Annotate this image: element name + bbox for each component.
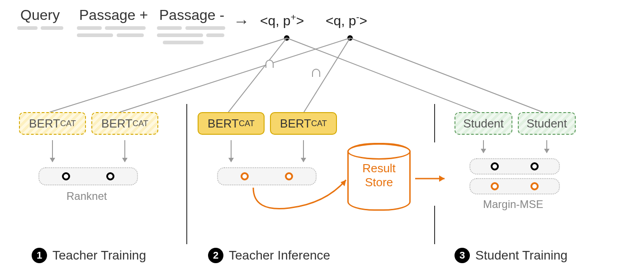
phase1-result-bubble: [38, 167, 138, 185]
phase3-orange-circle-1: [491, 182, 499, 190]
phase3-black-circle-1: [491, 162, 499, 170]
cylinder-top: [347, 143, 411, 160]
svg-line-5: [350, 38, 543, 112]
pneg-u3: [157, 33, 203, 37]
phase1-arrow-2: [124, 140, 125, 162]
phase2-title-text: Teacher Inference: [229, 248, 330, 263]
phase1-arrow-1: [52, 140, 53, 162]
svg-line-0: [50, 38, 287, 112]
phase2-num-circle: 2: [208, 248, 223, 263]
phase3-arrow-1: [483, 140, 484, 153]
line-hop-1: [265, 60, 274, 68]
separator-2-3-top: [434, 104, 435, 142]
phase2-result-bubble: [217, 167, 317, 185]
phase2-bert-box-2: BERTCAT: [270, 112, 337, 135]
phase2-arrow-2: [303, 140, 304, 162]
query-label: Query: [20, 7, 60, 24]
pair-neg-dot: [347, 35, 353, 41]
pneg-u1: [157, 26, 182, 30]
result-store-text: ResultStore: [349, 161, 409, 189]
phase3-result-bubble-black: [469, 158, 560, 175]
line-hop-2: [312, 69, 320, 77]
pneg-u2: [185, 26, 225, 30]
ranknet-label: Ranknet: [66, 190, 107, 203]
phase1-title-text: Teacher Training: [52, 248, 146, 263]
phase2-circle-2: [285, 172, 293, 180]
ppos-u2: [105, 26, 146, 30]
phase3-result-bubble-orange: [469, 178, 560, 194]
pair-pos-label: <q, p+>: [260, 12, 304, 28]
phase1-bert-box-1: BERTCAT: [19, 112, 86, 135]
pneg-u4: [206, 33, 224, 37]
svg-marker-8: [439, 175, 445, 182]
phase3-black-circle-2: [530, 162, 539, 170]
bubble-to-store-arrow: [0, 0, 644, 271]
phase1-num-circle: 1: [32, 248, 47, 263]
phase3-title-text: Student Training: [475, 248, 568, 263]
phase3-arrow-2: [546, 140, 547, 153]
phase1-bert-box-2: BERTCAT: [91, 112, 158, 135]
phase2-bert-box-1: BERTCAT: [198, 112, 265, 135]
phase2-circle-1: [241, 172, 249, 180]
passage-pos-label: Passage +: [79, 7, 148, 24]
phase3-num-circle: 3: [455, 248, 470, 263]
phase1-circle-2: [106, 172, 114, 180]
result-store-cylinder: ResultStore: [347, 143, 411, 211]
svg-marker-6: [341, 180, 346, 186]
passage-neg-label: Passage -: [159, 7, 224, 24]
query-underline-1: [17, 26, 38, 30]
phase3-orange-circle-2: [530, 182, 539, 190]
separator-1-2: [186, 104, 187, 244]
phase1-circle-1: [62, 172, 70, 180]
phase1-title: 1 Teacher Training: [32, 248, 146, 263]
phase2-title: 2 Teacher Inference: [208, 248, 330, 263]
phase2-arrow-1: [231, 140, 232, 162]
ppos-u1: [77, 26, 102, 30]
separator-2-3-bottom: [434, 206, 435, 244]
phase3-student-box-1: Student: [455, 112, 512, 135]
query-underline-2: [41, 26, 63, 30]
svg-line-4: [304, 38, 350, 112]
transform-arrow: →: [233, 12, 250, 31]
phase3-title: 3 Student Training: [455, 248, 568, 263]
ppos-u3: [77, 33, 113, 37]
phase3-student-box-2: Student: [518, 112, 576, 135]
margin-mse-label: Margin-MSE: [483, 198, 543, 211]
pair-neg-label: <q, p->: [326, 12, 367, 28]
ppos-u4: [117, 33, 144, 37]
pneg-u5: [163, 41, 204, 44]
pair-pos-dot: [284, 35, 289, 41]
svg-line-1: [228, 38, 287, 112]
